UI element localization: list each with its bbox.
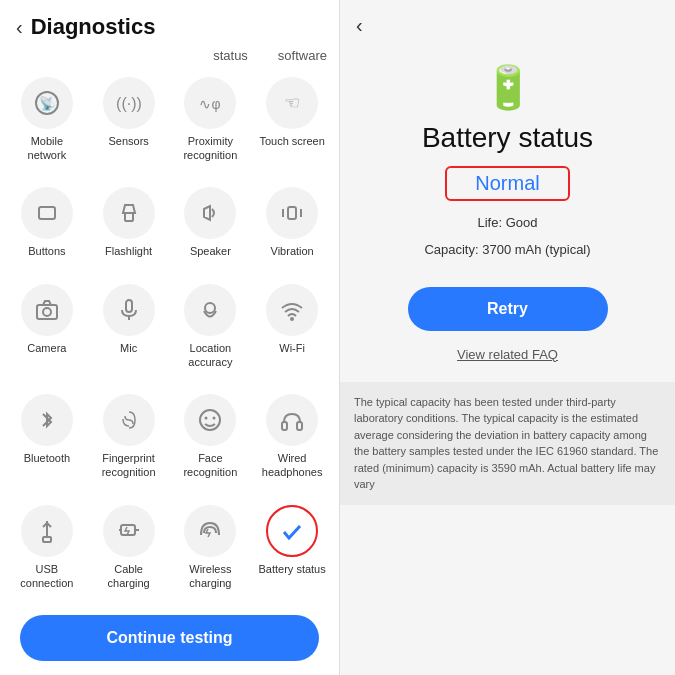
grid-item-touch-screen[interactable]: ☜Touch screen bbox=[251, 67, 333, 177]
svg-point-21 bbox=[213, 417, 216, 420]
grid-item-proximity-recognition[interactable]: ∿φProximity recognition bbox=[170, 67, 252, 177]
left-panel: ‹ Diagnostics status software 📡Mobile ne… bbox=[0, 0, 340, 675]
svg-rect-15 bbox=[126, 300, 132, 312]
page-title: Diagnostics bbox=[31, 14, 156, 40]
back-arrow-icon[interactable]: ‹ bbox=[16, 16, 23, 39]
grid-label-16: USB connection bbox=[10, 562, 84, 591]
grid-label-8: Camera bbox=[27, 341, 66, 355]
grid-label-10: Location accuracy bbox=[174, 341, 248, 370]
header: ‹ Diagnostics bbox=[0, 0, 339, 46]
grid-item-cable-charging[interactable]: Cable charging bbox=[88, 495, 170, 605]
grid-item-location-accuracy[interactable]: Location accuracy bbox=[170, 274, 252, 384]
svg-marker-8 bbox=[204, 206, 210, 220]
tab-software[interactable]: software bbox=[278, 48, 327, 63]
grid-item-bluetooth[interactable]: Bluetooth bbox=[6, 384, 88, 494]
svg-point-13 bbox=[43, 308, 51, 316]
svg-text:☜: ☜ bbox=[284, 93, 300, 113]
battery-status-title: Battery status bbox=[422, 122, 593, 154]
grid-label-9: Mic bbox=[120, 341, 137, 355]
right-content: 🔋 Battery status Normal Life: Good Capac… bbox=[340, 43, 675, 362]
tab-status[interactable]: status bbox=[213, 48, 248, 63]
svg-point-20 bbox=[205, 417, 208, 420]
grid-label-13: Fingerprint recognition bbox=[92, 451, 166, 480]
grid-item-wireless-charging[interactable]: Wireless charging bbox=[170, 495, 252, 605]
svg-marker-6 bbox=[123, 205, 135, 213]
svg-point-18 bbox=[290, 317, 294, 321]
grid-label-18: Wireless charging bbox=[174, 562, 248, 591]
disclaimer-text: The typical capacity has been tested und… bbox=[340, 382, 675, 505]
grid-item-sensors[interactable]: ((·))Sensors bbox=[88, 67, 170, 177]
grid-item-camera[interactable]: Camera bbox=[6, 274, 88, 384]
svg-rect-5 bbox=[39, 207, 55, 219]
svg-rect-22 bbox=[282, 422, 287, 430]
grid-item-flashlight[interactable]: Flashlight bbox=[88, 177, 170, 273]
grid-item-speaker[interactable]: Speaker bbox=[170, 177, 252, 273]
continue-testing-button[interactable]: Continue testing bbox=[20, 615, 319, 661]
grid-item-fingerprint-recognition[interactable]: Fingerprint recognition bbox=[88, 384, 170, 494]
grid-item-vibration[interactable]: Vibration bbox=[251, 177, 333, 273]
grid-label-15: Wired headphones bbox=[255, 451, 329, 480]
grid-item-wi-fi[interactable]: Wi-Fi bbox=[251, 274, 333, 384]
grid-item-usb-connection[interactable]: USB connection bbox=[6, 495, 88, 605]
grid-item-mic[interactable]: Mic bbox=[88, 274, 170, 384]
battery-life-info: Life: Good bbox=[478, 213, 538, 234]
faq-link[interactable]: View related FAQ bbox=[457, 347, 558, 362]
svg-text:∿φ: ∿φ bbox=[200, 96, 221, 112]
grid-item-wired-headphones[interactable]: Wired headphones bbox=[251, 384, 333, 494]
grid-label-3: Touch screen bbox=[259, 134, 324, 148]
svg-rect-23 bbox=[297, 422, 302, 430]
grid-item-buttons[interactable]: Buttons bbox=[6, 177, 88, 273]
battery-capacity-info: Capacity: 3700 mAh (typical) bbox=[424, 240, 590, 261]
grid-label-4: Buttons bbox=[28, 244, 65, 258]
grid-label-5: Flashlight bbox=[105, 244, 152, 258]
svg-point-17 bbox=[205, 303, 215, 313]
continue-btn-wrapper: Continue testing bbox=[0, 605, 339, 675]
svg-rect-7 bbox=[125, 213, 133, 221]
grid-label-19: Battery status bbox=[258, 562, 325, 576]
svg-text:📡: 📡 bbox=[39, 95, 56, 112]
grid-item-face-recognition[interactable]: Face recognition bbox=[170, 384, 252, 494]
grid-label-12: Bluetooth bbox=[24, 451, 70, 465]
status-badge-text: Normal bbox=[475, 172, 539, 194]
grid-label-1: Sensors bbox=[108, 134, 148, 148]
svg-rect-27 bbox=[43, 537, 51, 542]
diagnostics-grid: 📡Mobile network((·))Sensors∿φProximity r… bbox=[0, 67, 339, 605]
right-panel: ‹ 🔋 Battery status Normal Life: Good Cap… bbox=[340, 0, 675, 675]
battery-large-icon: 🔋 bbox=[482, 63, 534, 112]
right-back-arrow-icon[interactable]: ‹ bbox=[356, 14, 363, 36]
tab-labels: status software bbox=[0, 46, 339, 67]
grid-label-6: Speaker bbox=[190, 244, 231, 258]
grid-label-14: Face recognition bbox=[174, 451, 248, 480]
status-badge: Normal bbox=[445, 166, 569, 201]
svg-marker-14 bbox=[43, 301, 51, 305]
retry-button[interactable]: Retry bbox=[408, 287, 608, 331]
grid-label-11: Wi-Fi bbox=[279, 341, 305, 355]
svg-rect-9 bbox=[288, 207, 296, 219]
grid-item-mobile-network[interactable]: 📡Mobile network bbox=[6, 67, 88, 177]
grid-label-0: Mobile network bbox=[10, 134, 84, 163]
right-header: ‹ bbox=[340, 0, 675, 43]
grid-label-7: Vibration bbox=[271, 244, 314, 258]
grid-item-battery-status[interactable]: Battery status bbox=[251, 495, 333, 605]
grid-label-2: Proximity recognition bbox=[174, 134, 248, 163]
grid-label-17: Cable charging bbox=[92, 562, 166, 591]
svg-text:((·)): ((·)) bbox=[116, 95, 142, 112]
